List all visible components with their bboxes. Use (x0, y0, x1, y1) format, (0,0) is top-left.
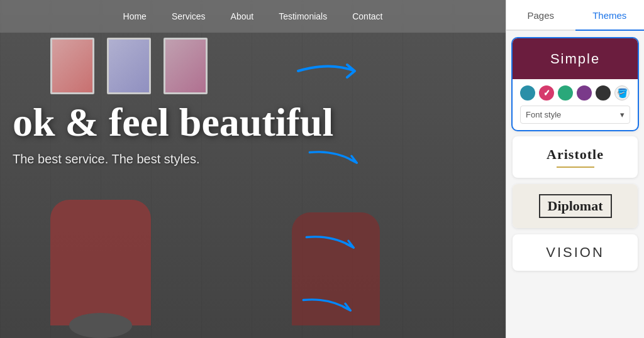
theme-diplomat-body: Diplomat (513, 184, 638, 228)
swatch-pink[interactable]: ✓ (539, 85, 554, 101)
wall-photo-3 (164, 38, 208, 94)
theme-aristotle-label: Aristotle (520, 146, 630, 163)
themes-list: Simple ✓ 🪣 Font style ▾ (506, 31, 644, 338)
theme-vision-card[interactable]: Vision (513, 234, 638, 271)
nav-about[interactable]: About (231, 11, 254, 21)
sidebar: Pages Themes Simple ✓ 🪣 (506, 0, 644, 338)
hero-subtitle: The best service. The best styles. (13, 152, 333, 166)
swatch-purple[interactable] (577, 85, 592, 101)
theme-simple-card[interactable]: Simple ✓ 🪣 Font style ▾ (513, 38, 638, 130)
arrow-2 (298, 144, 374, 176)
hero-section: ok & feel beautiful The best service. Th… (0, 101, 333, 166)
nav-contact[interactable]: Contact (352, 11, 382, 21)
sidebar-tabs: Pages Themes (506, 0, 644, 31)
dropdown-chevron-icon: ▾ (620, 110, 625, 119)
swatch-black[interactable] (596, 85, 611, 101)
color-swatches: ✓ 🪣 (520, 85, 630, 101)
theme-diplomat-card[interactable]: Diplomat (513, 184, 638, 228)
website-preview: Home Services About Testimonials Contact… (0, 0, 506, 338)
theme-vision-label: Vision (520, 244, 630, 261)
tab-pages[interactable]: Pages (506, 0, 575, 30)
arrow-4 (292, 292, 367, 324)
swatch-teal[interactable] (520, 85, 535, 101)
font-style-dropdown[interactable]: Font style ▾ (520, 106, 630, 124)
wall-photo-2 (107, 38, 151, 94)
theme-aristotle-line (557, 166, 594, 168)
swatch-green[interactable] (558, 85, 573, 101)
theme-simple-label: Simple (550, 51, 600, 67)
font-style-label: Font style (526, 110, 561, 119)
nav-bar: Home Services About Testimonials Contact (0, 0, 506, 33)
theme-aristotle-body: Aristotle (513, 136, 638, 178)
arrow-3 (295, 229, 370, 261)
theme-aristotle-card[interactable]: Aristotle (513, 136, 638, 178)
nav-home[interactable]: Home (123, 11, 147, 21)
swatch-custom-paint[interactable]: 🪣 (614, 85, 630, 101)
theme-simple-header: Simple (513, 38, 638, 79)
salon-chair-left (50, 200, 151, 325)
nav-testimonials[interactable]: Testimonials (279, 11, 327, 21)
theme-diplomat-label: Diplomat (539, 194, 612, 218)
tab-themes[interactable]: Themes (575, 0, 645, 31)
nav-services[interactable]: Services (172, 11, 206, 21)
theme-vision-body: Vision (513, 234, 638, 271)
arrow-1 (292, 55, 367, 87)
wall-photos (50, 38, 208, 94)
wall-photo-1 (50, 38, 94, 94)
hero-title: ok & feel beautiful (13, 101, 333, 144)
theme-simple-body: ✓ 🪣 Font style ▾ (513, 79, 638, 130)
